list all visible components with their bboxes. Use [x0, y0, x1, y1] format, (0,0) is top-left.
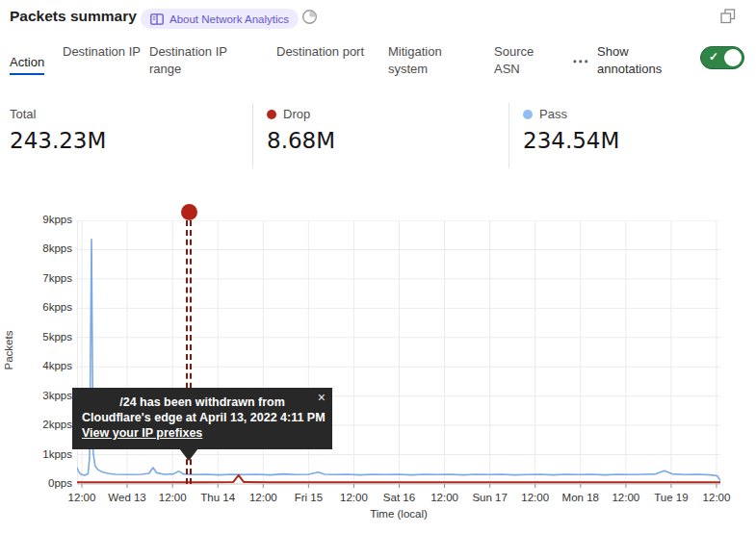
tab-mitigation-system[interactable]: Mitigation system — [388, 43, 471, 78]
toggle-check-icon: ✓ — [709, 50, 718, 64]
y-tick-label: 3kpps — [29, 390, 72, 401]
y-tick-label: 4kpps — [29, 360, 72, 371]
view-ip-prefixes-link[interactable]: View your IP prefixes — [82, 425, 202, 441]
y-tick-label: 7kpps — [29, 272, 72, 284]
stat-value: 243.23M — [10, 128, 106, 153]
stat-label: Drop — [283, 107, 310, 121]
stat-drop: Drop8.68M — [267, 107, 335, 153]
tooltip-caret — [179, 448, 198, 461]
y-tick-label: 0pps — [29, 477, 72, 489]
stats-divider — [252, 103, 253, 168]
legend-dot-drop — [267, 110, 276, 119]
tooltip-close-icon[interactable]: × — [318, 390, 326, 405]
tab-label: Destination IP range — [149, 44, 227, 76]
annotation-marker-dot[interactable] — [181, 204, 197, 220]
book-icon — [150, 13, 164, 25]
page-title: Packets summary — [10, 8, 137, 25]
tab-label: Destination IP — [63, 44, 141, 59]
tab-label: Destination port — [276, 44, 364, 59]
packets-summary-panel: Packets summary About Network Analytics … — [0, 0, 756, 534]
stat-pass: Pass234.54M — [523, 107, 619, 153]
tooltip-text-line1: /24 has been withdrawn from — [82, 394, 323, 410]
y-tick-label: 8kpps — [29, 242, 72, 254]
tab-destination-port[interactable]: Destination port — [276, 43, 365, 61]
tab-destination-ip-range[interactable]: Destination IP range — [149, 43, 257, 78]
toggle-knob — [724, 49, 742, 66]
y-axis-title: Packets — [3, 317, 14, 384]
stat-value: 234.54M — [523, 128, 619, 153]
y-tick-label: 1kpps — [29, 448, 72, 460]
y-tick-label: 9kpps — [29, 214, 72, 225]
tab-label: Source ASN — [494, 44, 534, 76]
show-annotations-label: Show annotations — [597, 43, 680, 78]
x-axis-title: Time (local) — [341, 508, 456, 520]
y-tick-label: 6kpps — [29, 301, 72, 313]
packets-line-chart[interactable] — [77, 220, 720, 490]
show-annotations-toggle[interactable]: ✓ — [700, 46, 744, 69]
time-period-icon[interactable] — [301, 9, 318, 25]
stat-total: Total243.23M — [10, 107, 106, 153]
stat-label: Pass — [539, 107, 567, 121]
popout-window-icon[interactable] — [720, 9, 736, 24]
tab-label: Action — [10, 55, 44, 75]
badge-label: About Network Analytics — [169, 13, 289, 25]
stat-label: Total — [10, 107, 36, 121]
tab-label: Mitigation system — [388, 44, 442, 76]
y-tick-label: 5kpps — [29, 331, 72, 343]
tab-destination-ip[interactable]: Destination IP — [63, 43, 142, 61]
about-network-analytics-badge[interactable]: About Network Analytics — [141, 9, 299, 29]
stat-value: 8.68M — [267, 128, 335, 153]
tab-source-asn[interactable]: Source ASN — [494, 43, 554, 78]
tab-action[interactable]: Action — [10, 54, 58, 71]
stats-divider — [508, 103, 509, 168]
tooltip-text-line2: Cloudflare's edge at April 13, 2022 4:11… — [82, 410, 323, 425]
annotation-tooltip: × /24 has been withdrawn from Cloudflare… — [72, 388, 332, 449]
more-tabs-button[interactable]: ⋯ — [572, 51, 589, 71]
y-tick-label: 2kpps — [29, 419, 72, 430]
x-tick-label: 12:00 — [688, 492, 745, 503]
legend-dot-pass — [523, 110, 533, 119]
